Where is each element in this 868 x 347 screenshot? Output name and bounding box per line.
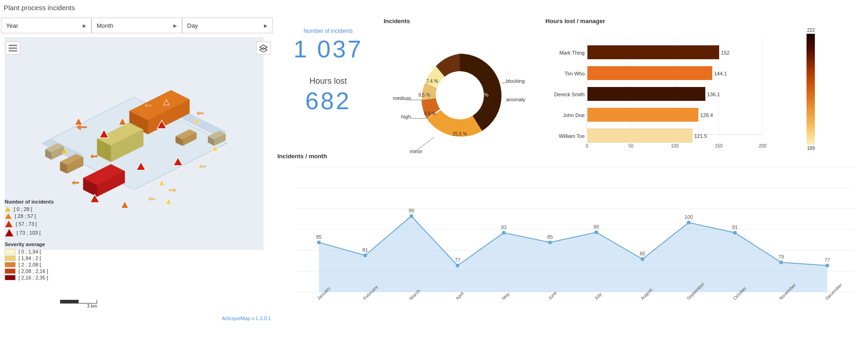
attribution-link[interactable]: ArticqueMap v.1.3.0.1 [222,316,271,321]
svg-point-113 [687,221,691,224]
hours-value: 682 [282,88,374,114]
bar-section: Hours lost / manager 152 Mark Thing 144.… [545,18,804,155]
svg-text:100: 100 [685,214,693,220]
day-filter-arrow: ▶ [264,23,268,28]
bar-chart-title: Hours lost / manager [545,18,804,25]
layers-icon [259,44,268,52]
svg-text:200: 200 [759,143,767,149]
svg-text:150: 150 [715,143,723,149]
svg-text:9.9 %: 9.9 % [424,111,436,116]
svg-text:anomaly: anomaly [506,97,526,102]
legend-item-4: [ 73 ; 103 [ [5,229,54,237]
svg-point-109 [502,231,506,235]
svg-text:128.4: 128.4 [700,112,713,118]
legend-severity-1: [ 0 ; 1,94 [ [5,249,54,254]
svg-point-111 [594,230,598,234]
svg-point-106 [363,254,367,257]
legend-item-3: [ 57 ; 73 [ [5,220,54,228]
svg-text:90: 90 [593,224,599,229]
svg-text:77: 77 [455,257,460,263]
svg-text:81: 81 [362,247,368,253]
svg-text:high: high [401,114,411,119]
scale-bar: 3 km [60,300,97,309]
map-layers-button[interactable] [256,42,271,55]
svg-marker-54 [5,229,13,236]
legend-item-2: [ 28 ; 57 [ [5,213,54,219]
year-filter[interactable]: Year ▶ [1,18,92,33]
svg-text:136.1: 136.1 [707,92,720,97]
svg-point-114 [733,231,737,235]
svg-point-107 [410,214,413,218]
hamburger-line3 [9,50,17,51]
color-scale-container: 222 189 [807,28,815,151]
svg-text:William Toe: William Toe [559,133,585,139]
month-filter[interactable]: Month ▶ [92,18,182,33]
donut-title: Incidents [384,18,541,25]
filter-bar: Year ▶ Month ▶ Day ▶ [1,18,273,33]
svg-rect-85 [587,108,698,122]
legend-severity-5: [ 2,16 ; 2,35 [ [5,275,54,280]
bar-chart: 152 Mark Thing 144.1 Tim Who 136.1 Derec… [545,28,790,153]
color-scale-max: 222 [807,28,815,33]
line-section: Incidents / month 85 81 [277,153,864,321]
svg-text:144.1: 144.1 [714,71,727,76]
svg-marker-52 [5,213,12,219]
svg-point-105 [317,241,321,244]
month-filter-label: Month [97,22,113,29]
svg-text:50: 50 [628,143,634,149]
svg-rect-82 [587,87,705,101]
svg-text:Mark Thing: Mark Thing [559,50,585,56]
hamburger-line1 [9,45,17,46]
svg-text:121.5: 121.5 [694,133,707,139]
svg-marker-51 [5,207,11,211]
svg-point-108 [456,264,459,267]
scale-line [60,300,97,304]
svg-text:99: 99 [409,208,414,213]
hamburger-line2 [9,48,17,49]
svg-text:May: May [501,291,511,301]
svg-text:85: 85 [547,234,553,240]
legend-severity-2: [ 1,94 ; 2 [ [5,255,54,261]
svg-text:7.4 %: 7.4 % [426,79,438,84]
svg-rect-88 [587,129,692,143]
svg-point-110 [548,241,552,244]
svg-text:July: July [593,291,603,301]
svg-rect-76 [587,45,719,59]
donut-chart: blocking anomaly minor high medium 47.7 … [384,28,536,158]
legend-severity-3: [ 2 ; 2,08 [ [5,262,54,267]
color-scale-bar [807,34,815,145]
day-filter-label: Day [187,22,198,29]
year-filter-arrow: ▶ [83,23,86,28]
legend-incidents-title: Number of incidents [5,199,54,204]
svg-point-115 [779,260,783,264]
svg-text:85: 85 [316,234,322,240]
legend: Number of incidents [ 0 ; 28 [ [ 28 ; 57… [5,199,54,281]
color-scale-min: 189 [807,146,815,151]
svg-point-116 [825,264,829,267]
svg-text:John Doe: John Doe [563,112,585,118]
svg-text:Tim Who: Tim Who [564,71,585,76]
map-menu-button[interactable] [6,42,20,55]
svg-text:152: 152 [721,50,729,56]
kpi-section: Number of incidents 1 037 Hours lost 682 [282,28,374,114]
incidents-label: Number of incidents [282,28,374,34]
svg-text:25.5 %: 25.5 % [452,131,467,136]
svg-text:100: 100 [671,143,679,149]
day-filter[interactable]: Day ▶ [182,18,273,33]
scale-label: 3 km [87,304,97,309]
svg-text:47.7 %: 47.7 % [473,92,489,98]
year-filter-label: Year [6,22,18,29]
svg-text:Dereck Smith: Dereck Smith [554,92,585,97]
donut-section: Incidents blocking anomaly minor high [384,18,541,159]
line-chart-title: Incidents / month [277,153,864,160]
month-filter-arrow: ▶ [173,23,177,28]
svg-line-60 [416,137,434,151]
page-title: Plant process incidents [4,4,75,12]
svg-text:93: 93 [501,224,507,230]
svg-point-112 [641,257,644,261]
svg-text:80: 80 [640,251,645,256]
legend-item-1: [ 0 ; 28 [ [5,206,54,212]
hours-label: Hours lost [282,76,374,86]
svg-rect-79 [587,66,712,80]
svg-text:79: 79 [778,254,784,260]
